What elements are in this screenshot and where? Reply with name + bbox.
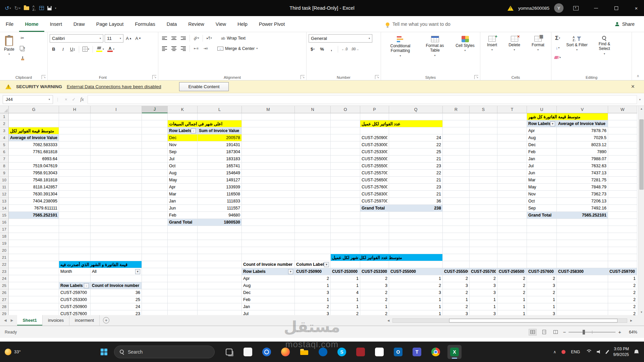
cell-L15[interactable]: 94680: [198, 212, 242, 219]
record-icon[interactable]: [561, 350, 566, 354]
cell-U25[interactable]: 3: [527, 282, 557, 289]
cell-T14[interactable]: [497, 205, 527, 212]
row-header-7[interactable]: 7: [0, 156, 9, 163]
cell-I6[interactable]: [91, 148, 142, 156]
cell-S25[interactable]: 3: [470, 282, 497, 289]
cell-J3[interactable]: [142, 127, 168, 134]
column-header-G[interactable]: G: [9, 106, 59, 113]
cell-K10[interactable]: May: [168, 177, 198, 184]
cell-S18[interactable]: [470, 233, 497, 240]
align-center-button[interactable]: [170, 45, 178, 52]
cell-P1[interactable]: [360, 113, 389, 120]
row-header-1[interactable]: 1: [0, 113, 9, 120]
column-header-N[interactable]: N: [295, 106, 331, 113]
cell-T22[interactable]: [497, 261, 527, 268]
show-hidden-icons-icon[interactable]: ∧: [553, 350, 556, 354]
cell-H16[interactable]: [59, 219, 91, 226]
cell-V17[interactable]: [557, 226, 608, 233]
borders-button[interactable]: ▾: [82, 45, 90, 53]
cell-N7[interactable]: [295, 156, 331, 163]
cell-L27[interactable]: [198, 296, 242, 303]
insert-cells-button[interactable]: + Insert ▾: [485, 34, 499, 73]
cell-J8[interactable]: [142, 163, 168, 170]
cell-K19[interactable]: [168, 240, 198, 247]
cell-K4[interactable]: Dec: [168, 134, 198, 141]
cell-Q29[interactable]: 1: [389, 310, 443, 315]
cell-J19[interactable]: [142, 240, 168, 247]
cell-L11[interactable]: 133939: [198, 184, 242, 191]
cell-H4[interactable]: [59, 134, 91, 141]
cell-O17[interactable]: [331, 226, 360, 233]
cell-U17[interactable]: [527, 226, 557, 233]
clock[interactable]: 3:03 PM 9/9/2025: [613, 346, 629, 357]
cell-N3[interactable]: [295, 127, 331, 134]
cell-Q16[interactable]: [389, 219, 443, 226]
cell-S16[interactable]: [470, 219, 497, 226]
cell-V24[interactable]: [557, 275, 608, 282]
cell-Q24[interactable]: 1: [389, 275, 443, 282]
cell-J1[interactable]: [142, 113, 168, 120]
cell-I19[interactable]: [91, 240, 142, 247]
sort-dropdown-icon[interactable]: ↓: [84, 283, 89, 288]
cell-T27[interactable]: 1: [497, 296, 527, 303]
fill-button[interactable]: ↓▾: [553, 44, 562, 52]
taskbar-excel-icon[interactable]: X: [447, 345, 462, 359]
cell-I21[interactable]: [91, 254, 142, 261]
cell-Q12[interactable]: 21: [389, 191, 443, 198]
cell-O8[interactable]: [331, 163, 360, 170]
cell-N24[interactable]: 2: [295, 275, 331, 282]
cell-K11[interactable]: Apr: [168, 184, 198, 191]
cell-P24[interactable]: 2: [360, 275, 389, 282]
cell-M27[interactable]: Feb: [242, 296, 295, 303]
wifi-icon[interactable]: [585, 350, 591, 354]
cell-J26[interactable]: [142, 289, 168, 296]
cell-N23[interactable]: CUST-250900: [295, 268, 331, 275]
cell-O1[interactable]: [331, 113, 360, 120]
cell-R14[interactable]: [443, 205, 470, 212]
maximize-button[interactable]: [608, 0, 624, 16]
cell-R23[interactable]: CUST-255500: [443, 268, 470, 275]
name-box-dropdown-icon[interactable]: ▾: [49, 98, 50, 101]
cell-W14[interactable]: [608, 205, 637, 212]
cell-V11[interactable]: 7848.79: [557, 184, 608, 191]
taskbar-chrome-icon[interactable]: [429, 345, 443, 359]
cell-L25[interactable]: [198, 282, 242, 289]
cell-L16[interactable]: 1800530: [198, 219, 242, 226]
cell-P25[interactable]: 3: [360, 282, 389, 289]
cell-G21[interactable]: [9, 254, 59, 261]
cell-W19[interactable]: [608, 240, 637, 247]
cell-I9[interactable]: [91, 170, 142, 177]
cell-J4[interactable]: [142, 134, 168, 141]
cell-M18[interactable]: [242, 233, 295, 240]
cell-G5[interactable]: 7082.583333: [9, 141, 59, 148]
taskbar-store-icon[interactable]: [354, 345, 368, 359]
cell-L5[interactable]: 191431: [198, 141, 242, 148]
cell-K16[interactable]: Grand Total: [168, 219, 198, 226]
cell-I23[interactable]: All▼: [91, 268, 142, 275]
cell-H2[interactable]: [59, 120, 91, 127]
weather-widget[interactable]: 33°: [0, 349, 97, 355]
cell-P28[interactable]: 1: [360, 303, 389, 310]
cell-H11[interactable]: [59, 184, 91, 191]
cell-V4[interactable]: 7029.5: [557, 134, 608, 141]
cell-V12[interactable]: 7362.73: [557, 191, 608, 198]
cell-H23[interactable]: Month: [59, 268, 91, 275]
cell-G11[interactable]: 8118.142857: [9, 184, 59, 191]
cell-O3[interactable]: [331, 127, 360, 134]
cell-T11[interactable]: [497, 184, 527, 191]
cell-S12[interactable]: [470, 191, 497, 198]
cell-J22[interactable]: [142, 261, 168, 268]
cell-T7[interactable]: [497, 156, 527, 163]
row-header-25[interactable]: 25: [0, 282, 9, 289]
increase-font-button[interactable]: A▲: [125, 35, 133, 42]
cell-N10[interactable]: [295, 177, 331, 184]
cell-R3[interactable]: [443, 127, 470, 134]
cell-H12[interactable]: [59, 191, 91, 198]
cell-T24[interactable]: 2: [497, 275, 527, 282]
taskbar-search-input[interactable]: Search: [114, 346, 215, 358]
cell-M17[interactable]: [242, 226, 295, 233]
scroll-down-icon[interactable]: ▼: [639, 309, 644, 315]
row-header-10[interactable]: 10: [0, 177, 9, 184]
cell-R2[interactable]: [443, 120, 470, 127]
cell-G12[interactable]: 7630.391304: [9, 191, 59, 198]
